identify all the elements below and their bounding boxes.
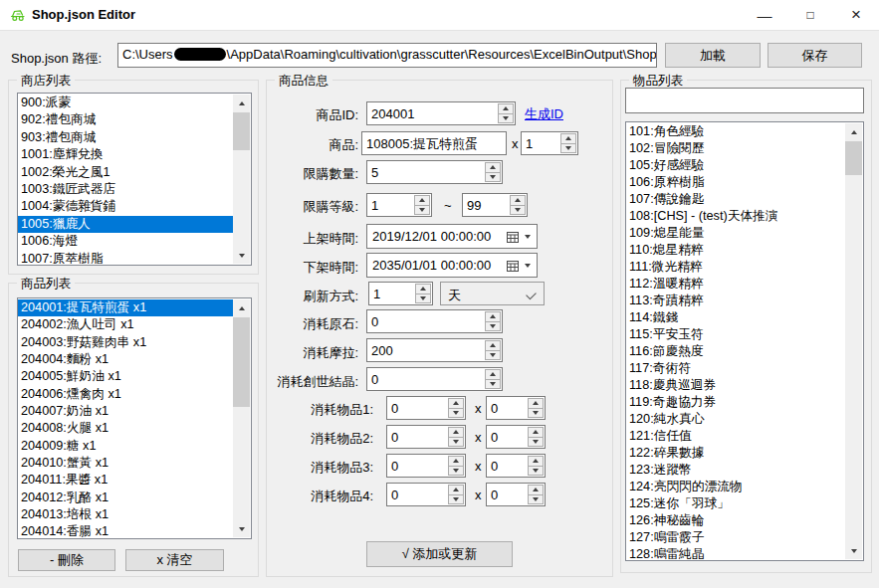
close-icon[interactable]: × [833,0,879,30]
list-item[interactable]: 117:奇術符 [626,360,845,377]
scroll-thumb[interactable] [233,317,250,407]
cost-item1-count-input[interactable]: 0 [486,396,546,420]
refresh-unit-select[interactable]: 天 [440,282,545,305]
spin-up-icon[interactable] [485,162,501,173]
list-item[interactable]: 204012:乳酪 x1 [18,490,233,506]
spin-down-icon[interactable] [485,322,501,332]
calendar-icon[interactable] [507,260,519,272]
maximize-icon[interactable]: □ [787,0,833,30]
spin-down-icon[interactable] [560,144,576,154]
list-item[interactable]: 107:傳說鑰匙 [626,191,845,208]
list-item[interactable]: 122:碎果數據 [626,445,845,462]
spin-up-icon[interactable] [448,427,464,438]
list-item[interactable]: 903:禮包商城 [18,129,233,146]
spin-down-icon[interactable] [448,495,464,505]
list-item[interactable]: 102:冒險閱歷 [626,140,845,157]
list-item[interactable]: 119:奇趣協力券 [626,394,845,411]
delete-product-button[interactable]: - 刪除 [18,549,115,571]
spin-down-icon[interactable] [448,467,464,477]
list-item[interactable]: 204001:提瓦特煎蛋 x1 [18,299,233,316]
spin-up-icon[interactable] [485,369,501,380]
list-item[interactable]: 204010:蟹黃 x1 [18,455,233,472]
list-item[interactable]: 128:鳴雷純晶 [626,546,845,559]
list-item[interactable]: 118:慶典巡迴券 [626,377,845,394]
spin-down-icon[interactable] [414,206,430,216]
list-item[interactable]: 1003:鐵匠武器店 [18,181,233,198]
spin-up-icon[interactable] [498,103,514,114]
spin-up-icon[interactable] [414,195,430,206]
product-list-scrollbar[interactable] [233,299,250,537]
list-item[interactable]: 101:角色經驗 [626,123,845,140]
spin-up-icon[interactable] [528,398,544,409]
list-item[interactable]: 114:鐵錢 [626,309,845,326]
shop-list-scrollbar[interactable] [233,95,250,264]
dropdown-arrow-icon[interactable] [525,264,531,268]
spin-down-icon[interactable] [498,114,514,124]
load-button[interactable]: 加載 [665,43,761,68]
spin-down-icon[interactable] [448,409,464,419]
list-item[interactable]: 204003:野菇雞肉串 x1 [18,334,233,351]
product-listbox[interactable]: 204001:提瓦特煎蛋 x1204002:漁人吐司 x1204003:野菇雞肉… [17,297,252,539]
list-item[interactable]: 121:信任值 [626,428,845,445]
list-item[interactable]: 113:奇蹟精粹 [626,293,845,309]
save-button[interactable]: 保存 [768,43,862,68]
add-or-update-button[interactable]: √ 添加或更新 [366,541,513,567]
cost-primogem-input[interactable]: 0 [366,309,503,333]
list-item[interactable]: 900:派蒙 [18,95,233,111]
list-item[interactable]: 1006:海燈 [18,233,233,250]
item-search-input[interactable] [625,88,864,113]
item-list-scrollbar[interactable] [845,123,862,559]
spin-up-icon[interactable] [560,133,576,144]
list-item[interactable]: 126:神秘齒輪 [626,512,845,529]
list-item[interactable]: 204004:麵粉 x1 [18,351,233,368]
spin-up-icon[interactable] [528,456,544,467]
spin-down-icon[interactable] [485,173,501,183]
list-item[interactable]: 109:熄星能量 [626,225,845,242]
spin-up-icon[interactable] [448,485,464,495]
spin-down-icon[interactable] [510,206,526,216]
spin-down-icon[interactable] [448,438,464,448]
list-item[interactable]: 111:微光精粹 [626,259,845,276]
spin-up-icon[interactable] [415,284,431,294]
list-item[interactable]: 123:迷蹤幣 [626,462,845,479]
cost-item3-count-input[interactable]: 0 [486,454,546,478]
list-item[interactable]: 116:節慶熱度 [626,343,845,360]
scroll-down-icon[interactable] [233,247,250,264]
list-item[interactable]: 902:禮包商城 [18,111,233,128]
scroll-up-icon[interactable] [233,299,250,316]
goods-name-input[interactable]: 108005:提瓦特煎蛋 [361,131,507,155]
spin-down-icon[interactable] [415,294,431,304]
level-min-input[interactable]: 1 [366,193,432,217]
spin-up-icon[interactable] [528,485,544,495]
scroll-up-icon[interactable] [233,95,250,111]
spin-down-icon[interactable] [485,351,501,361]
generate-id-link[interactable]: 生成ID [525,105,563,123]
scroll-thumb[interactable] [845,141,862,175]
scroll-down-icon[interactable] [233,520,250,537]
start-time-picker[interactable]: 2019/12/01 00:00:00 [366,224,538,249]
spin-up-icon[interactable] [485,311,501,322]
cost-item1-id-input[interactable]: 0 [386,396,466,420]
list-item[interactable]: 127:鳴雷霰子 [626,529,845,546]
list-item[interactable]: 204008:火腿 x1 [18,420,233,437]
spin-up-icon[interactable] [510,195,526,206]
calendar-icon[interactable] [507,231,519,243]
list-item[interactable]: 1005:獵鹿人 [18,216,233,233]
spin-down-icon[interactable] [528,438,544,448]
scroll-down-icon[interactable] [845,542,862,559]
spin-down-icon[interactable] [528,467,544,477]
list-item[interactable]: 106:原粹樹脂 [626,174,845,191]
list-item[interactable]: 120:純水真心 [626,411,845,428]
list-item[interactable]: 204014:香腸 x1 [18,523,233,537]
list-item[interactable]: 112:溫暖精粹 [626,276,845,293]
end-time-picker[interactable]: 2035/01/01 00:00:00 [366,253,538,278]
list-item[interactable]: 125:迷你「羽球」 [626,495,845,512]
list-item[interactable]: 1002:榮光之風1 [18,164,233,181]
list-item[interactable]: 204009:糖 x1 [18,438,233,455]
list-item[interactable]: 110:熄星精粹 [626,242,845,259]
spin-up-icon[interactable] [448,398,464,409]
buy-limit-input[interactable]: 5 [366,160,503,184]
scroll-thumb[interactable] [233,112,250,150]
list-item[interactable]: 204013:培根 x1 [18,506,233,523]
list-item[interactable]: 108:[CHS] - (test)天体推演 [626,208,845,225]
